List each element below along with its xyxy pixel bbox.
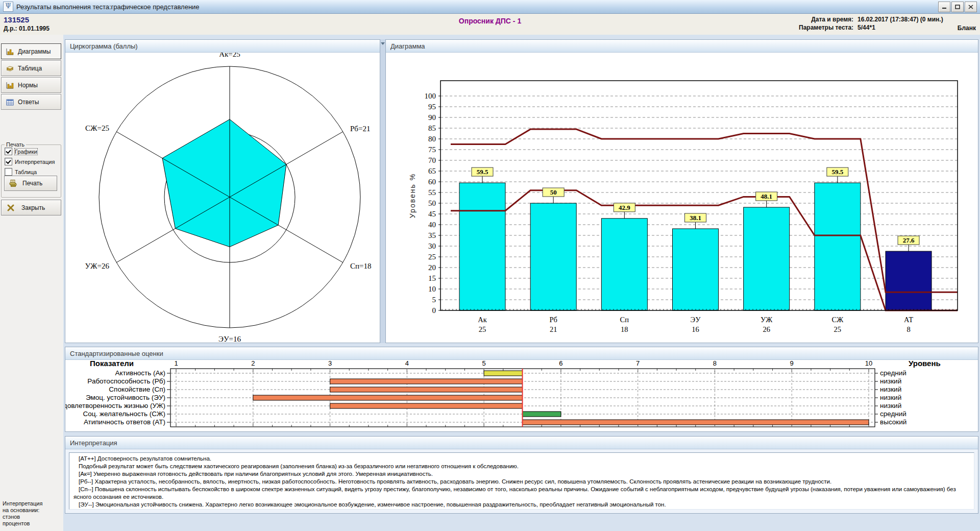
app-window: Ψ Результаты выполнения теста:графическо… xyxy=(0,0,980,531)
category-label: АТ xyxy=(904,316,913,324)
sidebar-item-norms[interactable]: Нормы xyxy=(1,77,61,93)
sten-range-chart: 12345678910Активность (Ак)среднийРаботос… xyxy=(65,360,978,431)
grid-icon xyxy=(6,98,14,106)
svg-text:95: 95 xyxy=(428,103,436,111)
maximize-icon xyxy=(955,5,960,9)
bar-Рб xyxy=(530,203,576,310)
bar-chart-icon xyxy=(6,47,14,56)
svg-text:65: 65 xyxy=(428,167,436,175)
level-label: средний xyxy=(880,410,906,418)
minimize-button[interactable] xyxy=(938,2,950,12)
indicators-header: Показатели xyxy=(90,360,134,368)
interp-title: Интерпретация xyxy=(70,439,117,447)
params-value: 5/44*1 xyxy=(857,24,943,32)
svg-text:Уровень %: Уровень % xyxy=(408,173,416,218)
value-label: 42.9 xyxy=(619,204,630,211)
diagram-panel: Диаграмма 051015202530354045505560657075… xyxy=(385,39,978,343)
svg-text:25: 25 xyxy=(428,253,436,261)
indicator-label: Активность (Ак) xyxy=(115,369,165,377)
interpretation-paragraph: [Рб--] Характерна усталость, несобраннос… xyxy=(74,478,970,486)
sten-bar xyxy=(484,371,522,376)
svg-text:45: 45 xyxy=(428,210,436,218)
value-label: 50 xyxy=(550,188,557,196)
bar-СЖ xyxy=(815,183,861,310)
svg-text:20: 20 xyxy=(428,263,436,272)
category-label: УЖ xyxy=(761,316,772,324)
value-label: 38.1 xyxy=(690,214,701,222)
sidebar-item-answers[interactable]: Ответы xyxy=(1,94,61,110)
interpretation-basis-note: Интерпретация на основании: стэнов проце… xyxy=(3,500,42,527)
svg-text:60: 60 xyxy=(428,178,436,186)
sidebar-item-table[interactable]: Таблица xyxy=(1,60,61,76)
svg-text:55: 55 xyxy=(428,188,436,197)
radar-axis-label: Ак=25 xyxy=(219,53,240,58)
level-header: Уровень xyxy=(909,360,941,368)
minimize-icon xyxy=(942,5,947,9)
sten-bar xyxy=(330,387,523,392)
x-icon xyxy=(7,204,15,212)
note-line[interactable]: стэнов xyxy=(3,514,42,520)
sten-bar xyxy=(523,412,561,417)
level-label: низкий xyxy=(880,402,901,409)
checkbox-row-interpretation[interactable]: Интерпретация xyxy=(5,158,61,165)
level-label: высокий xyxy=(880,418,906,426)
sten-tick-label: 5 xyxy=(482,360,486,367)
category-score: 25 xyxy=(834,325,842,333)
sten-tick-label: 1 xyxy=(174,360,178,367)
window-title: Результаты выполнения теста:графическое … xyxy=(16,3,200,11)
level-label: низкий xyxy=(880,394,901,401)
radar-axis-label: Рб=21 xyxy=(350,125,370,133)
svg-text:40: 40 xyxy=(428,221,436,229)
svg-text:90: 90 xyxy=(428,113,436,122)
svg-text:10: 10 xyxy=(428,285,436,293)
sidebar-item-label: Таблица xyxy=(18,65,42,72)
value-label: 59.5 xyxy=(831,168,843,176)
sten-tick-label: 7 xyxy=(636,360,640,367)
sidebar-item-label: Ответы xyxy=(18,99,39,106)
category-label: ЭУ xyxy=(691,316,701,324)
category-score: 26 xyxy=(763,325,770,333)
sten-bar xyxy=(330,379,523,384)
note-line: Интерпретация xyxy=(3,500,42,507)
bar-АТ xyxy=(886,251,932,310)
datetime-label: Дата и время: xyxy=(799,16,857,24)
table-checkbox[interactable] xyxy=(5,168,12,176)
radar-polygon xyxy=(162,119,286,247)
value-label: 27.6 xyxy=(903,236,915,244)
indicator-label: Эмоц. устойчивость (ЭУ) xyxy=(86,394,165,401)
diagram-title: Диаграмма xyxy=(390,42,425,50)
interpretation-paragraph: [Сп--] Повышена склонность испытывать бе… xyxy=(74,486,970,501)
sten-tick-label: 8 xyxy=(713,360,717,367)
checkbox-row-table[interactable]: Таблица xyxy=(5,168,61,176)
print-button[interactable]: Печать xyxy=(4,176,57,191)
maximize-button[interactable] xyxy=(951,2,964,12)
note-line[interactable]: процентов xyxy=(3,520,42,527)
sten-bar xyxy=(253,395,523,400)
close-window-button[interactable]: Закрыть xyxy=(1,200,61,215)
interpretation-paragraph: Подобный результат может быть следствием… xyxy=(74,463,970,470)
note-line: на основании: xyxy=(3,507,42,514)
datetime-value: 16.02.2017 (17:38:47) (0 мин.) xyxy=(857,16,943,24)
interpretation-paragraph: [Ак=] Умеренно выраженная готовность дей… xyxy=(74,470,970,478)
interpretation-checkbox-label: Интерпретация xyxy=(15,159,55,165)
sten-tick-label: 9 xyxy=(790,360,794,367)
checkbox-row-graphs[interactable]: Графики xyxy=(5,148,61,155)
sidebar-item-diagrams[interactable]: Диаграммы xyxy=(1,43,61,59)
header-strip: 131525 Д.р.: 01.01.1995 Опросник ДПС - 1… xyxy=(0,14,980,35)
bar-Сп xyxy=(601,219,647,310)
circogram-title: Циркограмма (баллы) xyxy=(70,42,138,50)
indicator-label: Работоспособность (Рб) xyxy=(87,377,165,385)
bar-УЖ xyxy=(744,207,790,310)
interpretation-checkbox[interactable] xyxy=(5,158,12,165)
radar-axis-label: СЖ=25 xyxy=(85,124,109,132)
value-label: 59.5 xyxy=(477,168,488,176)
category-score: 25 xyxy=(479,325,486,333)
stens-panel-header: Стандартизированные оценки xyxy=(65,347,978,360)
sten-bar xyxy=(330,403,523,408)
graphs-checkbox[interactable] xyxy=(5,148,12,155)
category-label: Ак xyxy=(478,316,487,324)
indicator-label: Спокойствие (Сп) xyxy=(109,385,165,393)
panel-splitter[interactable] xyxy=(380,39,385,343)
close-button[interactable] xyxy=(965,2,977,12)
level-bar-chart: 0510152025303540455055606570758085909510… xyxy=(386,53,978,342)
